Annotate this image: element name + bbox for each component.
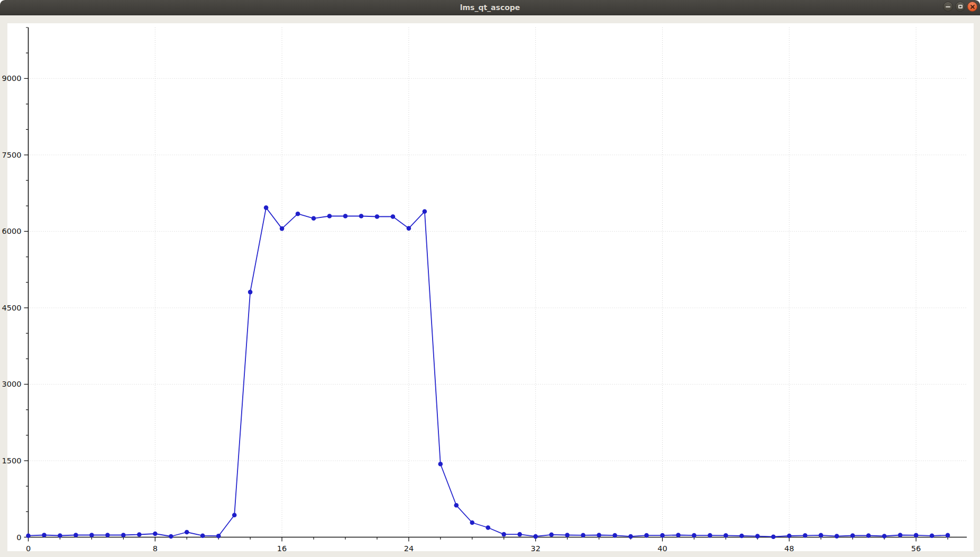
svg-text:24: 24 bbox=[404, 544, 414, 553]
svg-text:32: 32 bbox=[530, 544, 540, 553]
svg-text:0: 0 bbox=[16, 533, 21, 542]
svg-text:48: 48 bbox=[784, 544, 794, 553]
svg-text:7500: 7500 bbox=[2, 151, 22, 159]
trace-markers bbox=[26, 205, 950, 539]
svg-text:3000: 3000 bbox=[2, 380, 22, 388]
svg-text:40: 40 bbox=[657, 544, 667, 553]
svg-text:56: 56 bbox=[911, 544, 921, 553]
svg-text:6000: 6000 bbox=[2, 227, 22, 235]
svg-text:9000: 9000 bbox=[2, 74, 22, 83]
grid-lines bbox=[29, 28, 967, 537]
x-axis-ticks: 08162432404856 bbox=[26, 537, 948, 553]
y-axis-ticks: 0150030004500600075009000 bbox=[2, 28, 29, 542]
svg-text:8: 8 bbox=[153, 544, 158, 553]
svg-text:0: 0 bbox=[26, 544, 31, 553]
trace-line bbox=[29, 208, 948, 537]
svg-text:16: 16 bbox=[277, 544, 287, 553]
ascope-chart: 015003000450060007500900008162432404856 bbox=[0, 0, 980, 557]
axes bbox=[28, 28, 967, 537]
app-window: lms_qt_ascope 01500300045006000750090000… bbox=[0, 0, 980, 557]
svg-text:1500: 1500 bbox=[2, 456, 22, 465]
svg-text:4500: 4500 bbox=[2, 304, 22, 312]
